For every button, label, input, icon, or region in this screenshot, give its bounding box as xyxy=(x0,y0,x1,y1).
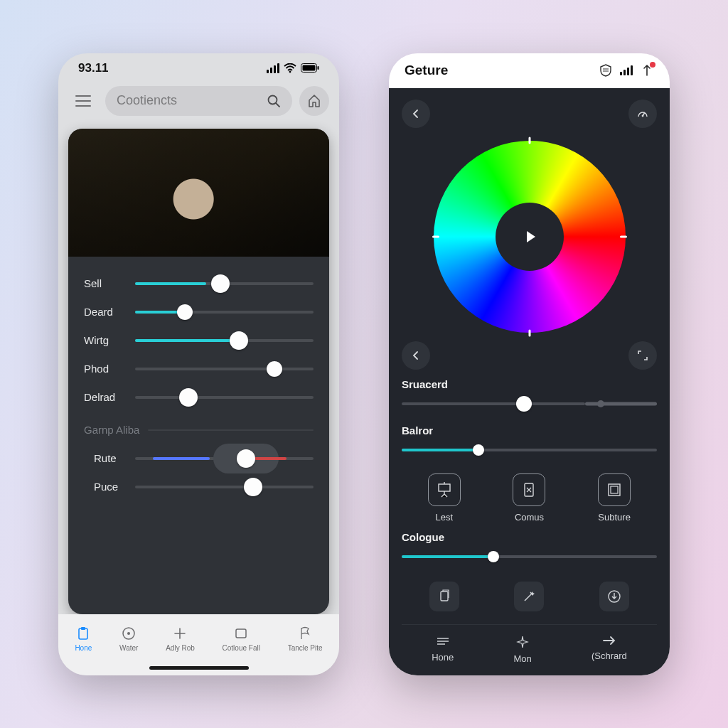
notification-icon[interactable] xyxy=(640,63,654,77)
nav-label: Adly Rob xyxy=(166,644,195,652)
back-button[interactable] xyxy=(402,100,430,128)
svg-rect-15 xyxy=(441,592,448,601)
bottom-nav: Hone Water Adly Rob Cotloue Fall Tancle … xyxy=(58,614,339,675)
adjustment-card: Sell Deard Wirtg xyxy=(68,129,329,614)
top-bar: Cootiencts xyxy=(58,83,339,124)
mid-action-row xyxy=(402,341,657,370)
slider-label: Cologue xyxy=(402,531,657,543)
flag-icon xyxy=(297,626,313,641)
slider-label: Puce xyxy=(94,481,135,493)
slider-cologue: Cologue xyxy=(402,531,657,569)
slider-track[interactable] xyxy=(135,275,314,292)
nav-tancle[interactable]: Tancle Pite xyxy=(288,626,323,652)
phone-right: Geture xyxy=(389,53,670,675)
nav-cot[interactable]: Cotloue Fall xyxy=(223,626,260,652)
shield-icon[interactable] xyxy=(599,63,613,77)
nav-water[interactable]: Water xyxy=(119,626,138,652)
clipboard-icon xyxy=(75,626,91,641)
nav-label: Cotloue Fall xyxy=(223,644,260,652)
search-icon xyxy=(267,94,281,108)
preset-label: Lest xyxy=(436,512,454,523)
slider-track[interactable] xyxy=(135,332,314,349)
preset-lest[interactable]: Lest xyxy=(428,473,461,523)
status-time: 93.11 xyxy=(78,61,109,75)
chevron-left-icon xyxy=(411,109,421,119)
nav-label: Water xyxy=(119,644,138,652)
tool-download[interactable] xyxy=(599,582,629,611)
svg-point-8 xyxy=(127,632,130,635)
search-input[interactable]: Cootiencts xyxy=(105,86,292,116)
prev-button[interactable] xyxy=(402,341,430,370)
fullscreen-button[interactable] xyxy=(628,341,657,370)
lines-icon xyxy=(435,635,451,648)
slider-label: Sruacerd xyxy=(402,378,657,390)
tool-copy[interactable] xyxy=(429,582,459,611)
corners-icon xyxy=(637,350,648,361)
slider-divider xyxy=(148,422,314,439)
slider-wirtg: Wirtg xyxy=(84,326,314,355)
nav-label: Hone xyxy=(75,644,92,652)
slider-label: Deard xyxy=(84,306,135,318)
color-wheel[interactable] xyxy=(423,141,636,333)
wifi-icon xyxy=(284,63,296,73)
home-icon xyxy=(307,94,321,108)
slider-track[interactable] xyxy=(402,395,657,413)
svg-rect-6 xyxy=(81,627,85,630)
slider-track[interactable] xyxy=(135,389,314,406)
slider-sell: Sell xyxy=(84,269,314,298)
preset-comus[interactable]: Comus xyxy=(513,473,545,523)
nav-label: (Schrard xyxy=(592,651,627,661)
header-bar: Geture xyxy=(389,53,670,88)
svg-point-0 xyxy=(289,70,291,73)
slider-group-label: Garnp Aliba xyxy=(84,424,148,436)
frame-icon xyxy=(606,481,623,498)
preset-label: Subture xyxy=(598,512,631,523)
sparkle-icon xyxy=(515,635,530,649)
easel-icon xyxy=(435,481,454,499)
slider-group-label-row: Garnp Aliba xyxy=(84,416,314,444)
slider-label: Rute xyxy=(94,452,135,464)
slider-delrad: Delrad xyxy=(84,383,314,412)
wand-icon xyxy=(522,589,536,604)
settings-button[interactable] xyxy=(628,100,657,128)
svg-rect-9 xyxy=(236,629,246,638)
preset-subture[interactable]: Subture xyxy=(598,473,631,523)
slider-track[interactable] xyxy=(135,360,314,378)
nav-schard[interactable]: (Schrard xyxy=(592,635,627,664)
app-title: Geture xyxy=(405,63,592,78)
slider-track[interactable] xyxy=(135,478,314,496)
slider-balror: Balror xyxy=(402,424,657,462)
nav-home[interactable]: Hone xyxy=(75,626,92,652)
phone-left: 93.11 Cootiencts Sell xyxy=(58,53,339,675)
slider-label: Phod xyxy=(84,363,135,375)
svg-point-10 xyxy=(642,114,644,117)
status-bar: 93.11 xyxy=(58,53,339,83)
cellular-signal-icon xyxy=(267,63,279,73)
tool-wand[interactable] xyxy=(514,582,544,611)
plus-icon xyxy=(172,626,188,641)
home-button[interactable] xyxy=(299,86,329,116)
hamburger-icon xyxy=(75,95,91,107)
slider-label: Balror xyxy=(402,424,657,437)
nav-adly[interactable]: Adly Rob xyxy=(166,626,195,652)
nav-home[interactable]: Hone xyxy=(432,635,454,664)
square-icon xyxy=(233,626,249,641)
download-icon xyxy=(607,589,621,604)
slider-track[interactable] xyxy=(402,547,657,566)
preset-row: Lest Comus Subture xyxy=(402,473,657,523)
slider-track[interactable] xyxy=(135,304,314,321)
cellular-signal-icon xyxy=(620,65,633,75)
bottom-nav: Hone Mon (Schrard xyxy=(402,624,657,668)
slider-track[interactable] xyxy=(135,450,314,467)
menu-button[interactable] xyxy=(68,86,98,116)
slider-track[interactable] xyxy=(402,441,657,459)
copy-icon xyxy=(437,589,451,604)
play-button[interactable] xyxy=(496,203,564,271)
search-placeholder: Cootiencts xyxy=(117,93,259,108)
nav-mon[interactable]: Mon xyxy=(513,635,531,664)
slider-deard: Deard xyxy=(84,298,314,326)
paper-arrow-icon xyxy=(520,481,537,498)
svg-rect-3 xyxy=(318,66,319,70)
slider-label: Wirtg xyxy=(84,334,135,346)
arrow-right-icon xyxy=(601,635,617,646)
